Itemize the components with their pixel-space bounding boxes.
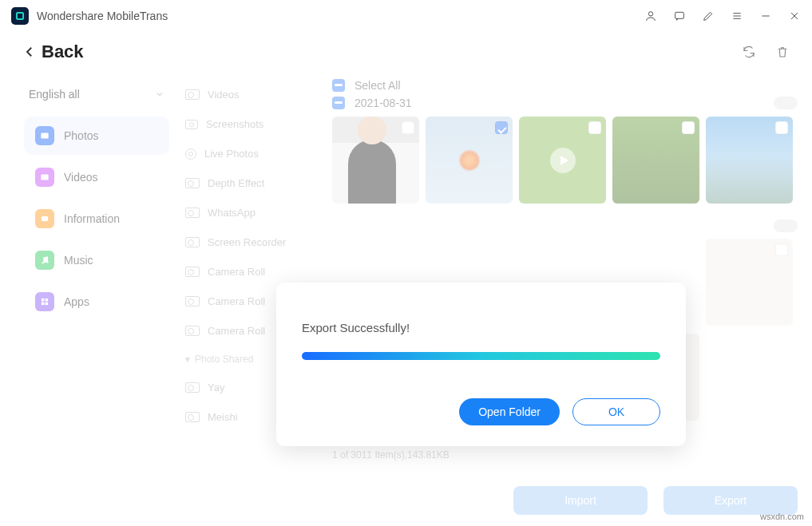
- menu-icon[interactable]: [731, 10, 743, 22]
- delete-icon[interactable]: [775, 45, 790, 59]
- back-button[interactable]: Back: [22, 42, 84, 62]
- export-success-modal: Export Successfully! Open Folder OK: [276, 283, 686, 446]
- back-row: Back: [0, 32, 812, 72]
- app-title: Wondershare MobileTrans: [37, 10, 644, 22]
- titlebar: Wondershare MobileTrans: [0, 0, 812, 32]
- open-folder-button[interactable]: Open Folder: [459, 398, 560, 425]
- back-label: Back: [42, 42, 84, 62]
- account-icon[interactable]: [644, 10, 657, 22]
- chevron-left-icon: [22, 45, 37, 59]
- close-icon[interactable]: [788, 10, 801, 22]
- app-logo: [11, 7, 29, 25]
- refresh-icon[interactable]: [742, 45, 756, 59]
- svg-point-0: [648, 12, 652, 16]
- svg-rect-1: [675, 12, 684, 18]
- watermark: wsxdn.com: [760, 512, 804, 521]
- feedback-icon[interactable]: [673, 10, 686, 22]
- main: English all Photos Videos Information Mu…: [0, 72, 812, 526]
- progress-bar: [302, 352, 660, 360]
- minimize-icon[interactable]: [759, 10, 772, 22]
- edit-icon[interactable]: [702, 10, 715, 22]
- ok-button[interactable]: OK: [572, 398, 660, 425]
- modal-title: Export Successfully!: [302, 321, 660, 334]
- titlebar-actions: [644, 10, 801, 22]
